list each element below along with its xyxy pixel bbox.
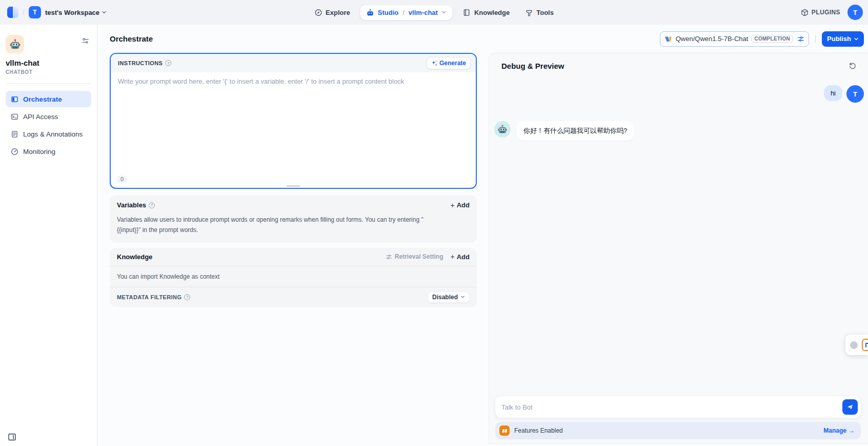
generate-label: Generate [439, 60, 466, 67]
book-icon [463, 9, 471, 16]
page-title: Orchestrate [110, 34, 153, 43]
compass-icon [314, 9, 322, 16]
help-icon[interactable]: ? [165, 60, 171, 66]
retrieval-setting-label: Retrieval Setting [395, 253, 443, 260]
nav-tools[interactable]: Tools [520, 5, 559, 20]
nav-studio[interactable]: Studio / vllm-chat [360, 5, 453, 20]
help-icon[interactable]: ? [184, 294, 190, 300]
chevron-down-icon [102, 10, 107, 15]
instructions-panel: INSTRUCTIONS ? Generate 0 [110, 53, 477, 189]
help-icon[interactable]: ? [149, 202, 155, 208]
dify-logo-icon[interactable] [7, 7, 18, 18]
sidebar-item-api-access[interactable]: API Access [6, 108, 91, 125]
resize-handle[interactable] [287, 185, 300, 187]
chevron-down-icon [460, 295, 465, 299]
plugins-label: PLUGINS [812, 9, 840, 16]
chat-input[interactable] [501, 403, 842, 411]
sidebar-item-logs[interactable]: Logs & Annotations [6, 126, 91, 142]
bot-message-row: 你好！有什么问题我可以帮助你吗? [494, 121, 864, 141]
add-knowledge-button[interactable]: + Add [451, 253, 470, 261]
restart-conversation-button[interactable] [847, 61, 858, 71]
restart-icon [849, 62, 857, 70]
model-name: Qwen/Qwen1.5-7B-Chat [676, 35, 749, 43]
add-variable-button[interactable]: + Add [451, 201, 470, 209]
content-topbar: Orchestrate Qwen/Qwen1.5-7B-Chat COMPLET… [97, 25, 868, 53]
gauge-icon [11, 148, 18, 156]
bot-message-bubble: 你好！有什么问题我可以帮助你吗? [516, 121, 634, 141]
sidebar-item-label: API Access [23, 113, 58, 121]
send-icon [846, 403, 854, 411]
workspace-switcher[interactable]: test's Workspace [45, 9, 107, 16]
chat-input-area: Features Enabled Manage → [489, 396, 868, 443]
sidebar-item-label: Logs & Annotations [23, 130, 83, 138]
sliders-icon [82, 37, 89, 45]
publish-label: Publish [827, 35, 851, 43]
robot-icon [367, 9, 374, 16]
sidebar-item-monitoring[interactable]: Monitoring [6, 143, 91, 160]
nav-studio-label: Studio [378, 9, 398, 16]
nav-tools-label: Tools [536, 9, 554, 16]
publish-button[interactable]: Publish [822, 31, 864, 47]
user-chat-avatar: T [846, 85, 864, 103]
sidebar-item-label: Orchestrate [23, 95, 62, 103]
metadata-filtering-row: METADATA FILTERING ? Disabled [110, 287, 477, 307]
app-settings-button[interactable] [79, 35, 91, 47]
collapse-sidebar-button[interactable] [6, 431, 18, 443]
vllm-logo-icon [664, 35, 673, 43]
manage-label: Manage [823, 427, 846, 434]
workspace-name: test's Workspace [45, 9, 99, 16]
nav-knowledge-label: Knowledge [474, 9, 510, 16]
knowledge-title: Knowledge [117, 253, 152, 261]
app-root: / T test's Workspace Explore Studio / vl… [0, 0, 868, 446]
workspace-avatar[interactable]: T [29, 6, 41, 18]
sidebar-item-label: Monitoring [23, 148, 55, 156]
breadcrumb-slash: / [402, 9, 405, 16]
orchestrate-icon [11, 95, 18, 103]
hammer-icon [525, 9, 533, 16]
metadata-filtering-dropdown[interactable]: Disabled [428, 292, 470, 303]
user-avatar[interactable]: T [847, 5, 863, 20]
top-header: / T test's Workspace Explore Studio / vl… [0, 0, 868, 25]
plugins-button[interactable]: PLUGINS [801, 9, 840, 16]
user-message-row: hi T [494, 85, 864, 103]
variables-title: Variables [117, 201, 146, 209]
breadcrumb-app: vllm-chat [409, 9, 438, 16]
chevron-down-icon [854, 36, 859, 42]
bot-chat-avatar [494, 121, 511, 138]
debug-preview-panel: Debug & Preview hi T [489, 53, 868, 444]
model-mode-badge: COMPLETION [751, 35, 793, 43]
add-variable-label: Add [457, 201, 470, 209]
send-button[interactable] [842, 399, 858, 415]
generate-button[interactable]: Generate [427, 57, 471, 69]
knowledge-card: Knowledge Retrieval Setting + Add [110, 248, 477, 307]
app-name: vllm-chat [6, 59, 91, 67]
divider-slash: / [23, 8, 25, 16]
app-icon[interactable] [6, 35, 24, 53]
arrow-right-icon: → [849, 427, 855, 434]
terminal-icon [11, 113, 18, 121]
features-enabled-label: Features Enabled [514, 427, 819, 434]
model-params-icon [797, 35, 804, 43]
manage-features-button[interactable]: Manage → [823, 427, 855, 434]
main-content: Orchestrate Qwen/Qwen1.5-7B-Chat COMPLET… [97, 25, 868, 446]
retrieval-setting-button[interactable]: Retrieval Setting [386, 253, 443, 260]
nav-knowledge[interactable]: Knowledge [458, 5, 515, 20]
metadata-filtering-title: METADATA FILTERING [117, 294, 181, 300]
app-type-label: CHATBOT [6, 69, 91, 75]
features-icon [499, 425, 510, 436]
sidebar-item-orchestrate[interactable]: Orchestrate [6, 91, 91, 107]
header-right: PLUGINS T [801, 5, 863, 20]
nav-explore-label: Explore [326, 9, 350, 16]
nav-explore[interactable]: Explore [309, 5, 355, 20]
package-icon [801, 9, 809, 16]
plus-icon: + [451, 253, 455, 260]
debug-preview-title: Debug & Preview [501, 62, 564, 70]
sparkles-icon [431, 60, 437, 66]
prompt-editor[interactable] [118, 77, 469, 160]
model-selector[interactable]: Qwen/Qwen1.5-7B-Chat COMPLETION [660, 31, 809, 47]
drag-dot-icon [850, 341, 858, 349]
floating-extension-widget[interactable] [845, 335, 868, 355]
chat-history: hi T 你好！有什么问题我可以帮助你吗? [489, 71, 868, 396]
logs-icon [11, 130, 18, 138]
variables-card: Variables ? + Add Variables allow users … [110, 195, 477, 243]
